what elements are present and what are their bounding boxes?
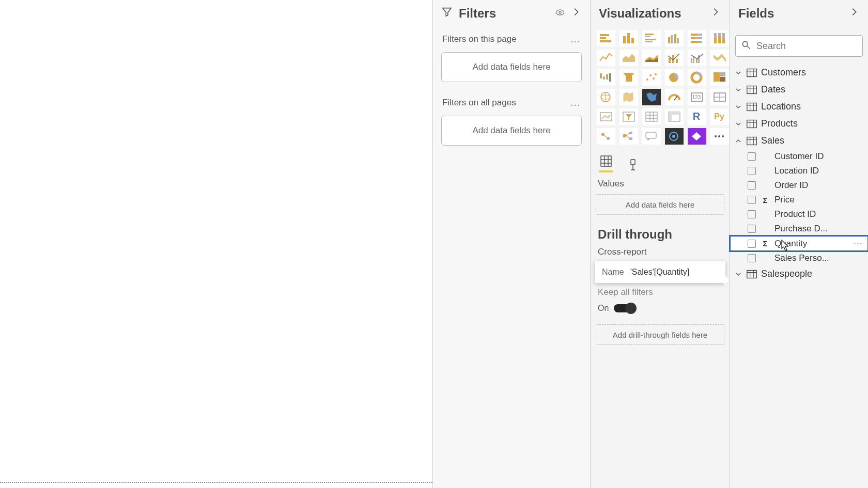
more-icon[interactable]: … [570, 33, 581, 45]
field-customer-id[interactable]: Customer ID [730, 149, 868, 164]
fields-search[interactable] [735, 35, 863, 57]
svg-point-80 [715, 135, 717, 137]
page-filters-dropzone[interactable]: Add data fields here [441, 52, 582, 82]
fields-title: Fields [738, 6, 843, 21]
svg-rect-111 [747, 270, 756, 278]
slicer-icon[interactable] [619, 108, 638, 125]
field-order-id[interactable]: Order ID [730, 178, 868, 193]
collapse-icon[interactable] [710, 6, 721, 21]
line-stacked-column-icon[interactable] [665, 50, 684, 66]
svg-rect-23 [714, 38, 717, 43]
values-label: Values [591, 178, 730, 191]
card-icon[interactable]: 123 [688, 89, 706, 105]
clustered-bar-icon[interactable] [642, 30, 661, 46]
python-visual-icon[interactable]: Py [710, 108, 729, 125]
shape-map-icon[interactable] [642, 89, 661, 105]
waterfall-icon[interactable] [597, 69, 615, 86]
fields-tab[interactable] [599, 154, 613, 172]
svg-text:Py: Py [714, 112, 724, 121]
checkbox[interactable] [748, 240, 756, 248]
svg-rect-15 [677, 38, 679, 43]
svg-rect-27 [722, 39, 725, 43]
values-dropzone[interactable]: Add data fields here [596, 194, 724, 215]
table-customers[interactable]: Customers [730, 64, 868, 81]
field-purchase-d-[interactable]: Purchase D... [730, 222, 868, 236]
get-more-icon[interactable] [710, 128, 729, 145]
field-product-id[interactable]: Product ID [730, 207, 868, 222]
qa-icon[interactable] [642, 128, 661, 145]
key-influencers-icon[interactable] [597, 128, 615, 145]
kpi-icon[interactable] [597, 108, 615, 125]
keep-filters-toggle[interactable] [614, 304, 636, 312]
funnel-icon[interactable] [619, 69, 638, 86]
arcgis-icon[interactable] [665, 128, 684, 145]
svg-rect-30 [676, 59, 678, 63]
more-icon[interactable]: ··· [854, 238, 863, 249]
drag-tooltip: Name 'Sales'[Quantity] [595, 261, 725, 283]
table-products[interactable]: Products [730, 115, 868, 132]
svg-rect-77 [646, 132, 656, 138]
donut-icon[interactable] [688, 69, 706, 86]
gauge-icon[interactable] [665, 89, 684, 105]
line-icon[interactable] [597, 50, 615, 66]
svg-line-71 [604, 135, 607, 137]
decomposition-icon[interactable] [619, 128, 638, 145]
svg-rect-31 [691, 58, 692, 63]
format-tab[interactable] [626, 158, 640, 172]
line-clustered-column-icon[interactable] [688, 50, 706, 66]
svg-rect-47 [720, 77, 725, 82]
checkbox[interactable] [748, 181, 756, 190]
r-visual-icon[interactable]: R [688, 108, 706, 125]
filters-page-section: Filters on this page … [433, 30, 590, 48]
clustered-column-icon[interactable] [665, 30, 684, 46]
table-dates[interactable]: Dates [730, 81, 868, 98]
checkbox[interactable] [748, 167, 756, 175]
collapse-icon[interactable] [570, 6, 582, 21]
checkbox[interactable] [748, 196, 756, 204]
table-icon[interactable] [642, 108, 661, 125]
pie-icon[interactable] [665, 69, 684, 86]
table-salespeople[interactable]: Salespeople [730, 265, 868, 282]
checkbox[interactable] [748, 225, 756, 233]
collapse-icon[interactable] [848, 6, 860, 21]
svg-rect-6 [627, 33, 630, 43]
keep-all-filters-label: Keep all filters [591, 286, 730, 300]
report-canvas[interactable] [0, 0, 432, 488]
treemap-icon[interactable] [710, 69, 729, 86]
filled-map-icon[interactable] [619, 89, 638, 105]
matrix-icon[interactable] [665, 108, 684, 125]
stacked-area-icon[interactable] [642, 50, 661, 66]
all-filters-dropzone[interactable]: Add data fields here [441, 116, 582, 146]
scatter-icon[interactable] [642, 69, 661, 86]
powerapps-icon[interactable] [688, 128, 706, 145]
svg-rect-76 [629, 137, 632, 140]
field-price[interactable]: ΣPrice [730, 193, 868, 207]
area-icon[interactable] [619, 50, 638, 66]
svg-rect-59 [646, 112, 657, 121]
svg-rect-99 [747, 103, 756, 111]
svg-rect-46 [720, 72, 725, 76]
checkbox[interactable] [748, 210, 756, 218]
multi-card-icon[interactable] [710, 89, 729, 105]
table-sales[interactable]: Sales [730, 132, 868, 149]
stacked-column-icon[interactable] [619, 30, 638, 46]
table-locations[interactable]: Locations [730, 98, 868, 115]
stacked-bar-icon[interactable] [597, 30, 615, 46]
svg-rect-95 [747, 86, 756, 93]
checkbox[interactable] [748, 254, 756, 262]
filter-icon [441, 6, 453, 21]
svg-rect-3 [600, 37, 606, 39]
drill-through-dropzone[interactable]: Add drill-through fields here [596, 324, 724, 345]
hundred-column-icon[interactable] [710, 30, 729, 46]
checkbox[interactable] [748, 152, 756, 161]
field-location-id[interactable]: Location ID [730, 164, 868, 178]
map-icon[interactable] [597, 89, 615, 105]
ribbon-icon[interactable] [710, 50, 729, 66]
search-input[interactable] [756, 41, 868, 52]
hundred-bar-icon[interactable] [688, 30, 706, 46]
show-hide-icon[interactable] [555, 6, 565, 21]
field-sales-perso-[interactable]: Sales Perso... [730, 251, 868, 265]
field-quantity[interactable]: ΣQuantity··· [730, 236, 868, 251]
more-icon[interactable]: … [570, 97, 581, 108]
svg-rect-103 [747, 120, 756, 128]
